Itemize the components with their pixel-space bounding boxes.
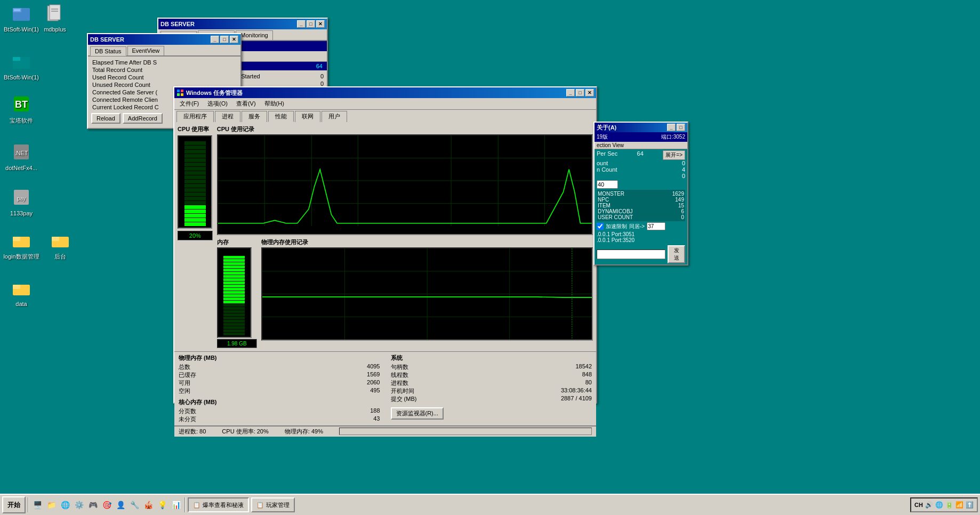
quicklaunch-icon-8[interactable]: 🔧 — [128, 498, 141, 511]
desktop-icon-data[interactable]: data — [3, 277, 40, 307]
tab-network[interactable]: 联网 — [295, 111, 320, 122]
desktop-icon-backend[interactable]: 后台 — [42, 229, 79, 261]
taskman-title: Windows 任务管理器 — [186, 89, 243, 97]
taskman-titlebar[interactable]: Windows 任务管理器 _ □ ✕ — [174, 87, 596, 98]
close-button[interactable]: ✕ — [230, 36, 238, 43]
taskbar-divider — [28, 497, 29, 512]
desktop-icon-mdbplus[interactable]: mdbplus — [36, 3, 74, 33]
desktop-icon-btsoft1[interactable]: BtSoft-Win(1) — [3, 3, 40, 33]
maximize-button[interactable]: □ — [220, 36, 229, 43]
quicklaunch-icon-10[interactable]: 💡 — [156, 498, 168, 511]
cpu-history-label: CPU 使用记录 — [217, 125, 593, 133]
resource-monitor-button[interactable]: 资源监视器(R)... — [391, 407, 444, 420]
quicklaunch-icon-3[interactable]: 🌐 — [59, 498, 71, 511]
system-label: 系统 — [391, 354, 592, 362]
tray-icon-2[interactable]: 🌐 — [935, 501, 943, 509]
svg-rect-8 — [13, 57, 20, 61]
persec-value: 64 — [316, 63, 323, 69]
right-maximize[interactable]: □ — [677, 124, 685, 131]
dbserver-small-title: DB SERVER — [90, 36, 124, 43]
quicklaunch-icon-7[interactable]: 👤 — [114, 498, 127, 511]
desktop-icon-1133pay[interactable]: pay 1133pay — [3, 187, 40, 216]
desktop-icon-dotnet[interactable]: .NET dotNetFx4... — [3, 141, 40, 171]
tab-users[interactable]: 用户 — [322, 111, 347, 122]
taskman-maximize[interactable]: □ — [576, 89, 584, 96]
desktop-icon-login[interactable]: login数据管理 — [3, 229, 40, 261]
menu-options[interactable]: 选项(O) — [205, 99, 230, 108]
desktop-icon-baota[interactable]: BT 宝塔软件 — [3, 93, 40, 125]
sys-threads: 线程数 848 — [391, 371, 592, 379]
monster-section: MONSTER 1629 NPC 149 ITEM 15 DYNAMICOBJ … — [597, 190, 685, 221]
quicklaunch-icon-2[interactable]: 📁 — [45, 498, 58, 511]
right-minimize[interactable]: _ — [667, 124, 676, 131]
phys-cached: 已缓存 1569 — [179, 371, 380, 379]
svg-rect-16 — [13, 237, 20, 241]
tray-icon-3[interactable]: 🔋 — [945, 501, 953, 509]
taskman-close[interactable]: ✕ — [585, 89, 594, 96]
tray-icon-4[interactable]: 📶 — [955, 501, 963, 509]
conn-row-2: .0.0.1 Port:3520 — [597, 237, 685, 243]
icon-label: BtSoft-Win(1) — [4, 26, 39, 33]
tab-apps[interactable]: 应用程序 — [176, 111, 214, 122]
cpu-usage-label: CPU 使用率 — [178, 125, 213, 133]
tab-dbstatus-small[interactable]: DB Status — [90, 46, 126, 56]
svg-text:BT: BT — [15, 99, 28, 110]
conn-row-1: .0.0.1 Port:3051 — [597, 231, 685, 237]
svg-rect-20 — [13, 285, 20, 289]
close-button-large[interactable]: ✕ — [316, 20, 325, 28]
memory-bar-meter — [217, 247, 252, 338]
quicklaunch-icon-11[interactable]: 📊 — [170, 498, 182, 511]
server-version: 19版 — [597, 133, 608, 141]
taskbar-item-exploits[interactable]: 📋 爆率查看和秘液 — [188, 497, 249, 512]
monster-row-usercount: USER COUNT 0 — [598, 214, 684, 220]
maximize-button-large[interactable]: □ — [307, 20, 315, 28]
server-menu-right[interactable]: ection View — [597, 142, 624, 148]
sys-handles: 句柄数 18542 — [391, 363, 592, 371]
quicklaunch-icon-4[interactable]: ⚙️ — [73, 498, 85, 511]
taskman-minimize[interactable]: _ — [566, 89, 575, 96]
expand-button[interactable]: 展开=> — [663, 150, 685, 160]
reload-button[interactable]: Reload — [91, 113, 121, 124]
system-tray: CH 🔊 🌐 🔋 📶 ⬆️ — [910, 497, 978, 512]
tab-services[interactable]: 服务 — [242, 111, 267, 122]
tab-performance[interactable]: 性能 — [268, 111, 294, 122]
phys-free: 空闲 495 — [179, 387, 380, 395]
tab-eventview-small[interactable]: EventView — [127, 46, 165, 55]
taskbar-item-management[interactable]: 📋 玩家管理 — [251, 497, 295, 512]
task-manager-window: Windows 任务管理器 _ □ ✕ 文件(F) 选项(O) 查看(V) 帮助… — [173, 86, 597, 404]
memory-history-graph — [261, 247, 593, 341]
lang-indicator: CH — [914, 502, 923, 508]
menu-help[interactable]: 帮助(H) — [262, 99, 286, 108]
right-server-titlebar[interactable]: 关于(A) _ □ — [595, 123, 687, 132]
desktop-icon-btsoft3[interactable]: BtSoft-Win(1) — [3, 51, 40, 81]
spinner-input[interactable] — [597, 180, 618, 189]
icon-label: 后台 — [54, 253, 66, 261]
monster-row-npc: NPC 149 — [598, 197, 684, 203]
quicklaunch-icon-9[interactable]: 🎪 — [142, 498, 155, 511]
svg-rect-21 — [177, 90, 180, 92]
dbserver-small-titlebar[interactable]: DB SERVER _ □ ✕ — [88, 34, 240, 45]
status-cpu: CPU 使用率: 20% — [222, 428, 268, 436]
gate-spinner[interactable] — [647, 222, 665, 230]
chat-input[interactable] — [597, 250, 665, 259]
send-button[interactable]: 发送 — [668, 245, 685, 263]
quicklaunch-icon-5[interactable]: 🎮 — [86, 498, 99, 511]
tab-processes[interactable]: 进程 — [215, 111, 240, 122]
menu-view[interactable]: 查看(V) — [234, 99, 258, 108]
menu-file[interactable]: 文件(F) — [178, 99, 201, 108]
quicklaunch-icon-6[interactable]: 🎯 — [100, 498, 113, 511]
addrecord-button[interactable]: AddRecord — [123, 113, 163, 124]
memory-history-label: 物理内存使用记录 — [261, 238, 593, 246]
connections-section: .0.0.1 Port:3051 .0.0.1 Port:3520 — [597, 231, 685, 243]
svg-rect-4 — [50, 5, 60, 20]
minimize-button-large[interactable]: _ — [297, 20, 306, 28]
icon-label: login数据管理 — [3, 253, 39, 261]
quicklaunch-icon-1[interactable]: 🖥️ — [31, 498, 44, 511]
taskbar-item-icon-1: 📋 — [193, 502, 200, 509]
dbserver-large-titlebar[interactable]: DB SERVER _ □ ✕ — [158, 19, 327, 29]
tray-icon-5[interactable]: ⬆️ — [966, 501, 974, 509]
minimize-button[interactable]: _ — [211, 36, 219, 43]
start-button[interactable]: 开始 — [2, 496, 26, 513]
tray-icon-1[interactable]: 🔊 — [925, 501, 933, 509]
accel-checkbox[interactable] — [597, 223, 604, 230]
